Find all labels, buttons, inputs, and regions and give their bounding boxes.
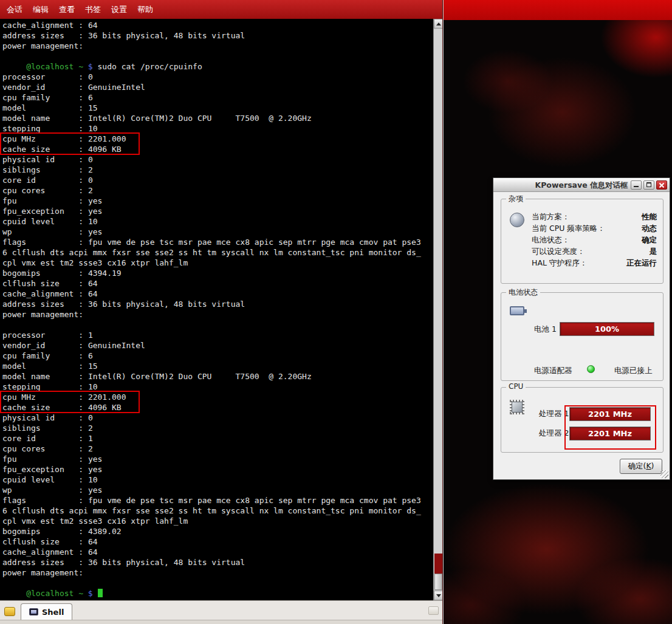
terminal-line: model : 15 [2,361,433,371]
misc-row: 当前方案：性能 [532,211,657,223]
group-battery-label: 电池状态 [506,287,540,298]
menu-item-1[interactable]: 编辑 [33,4,49,15]
terminal-line: power management: [2,567,433,578]
terminal-line: fpu_exception : yes [2,464,433,475]
scroll-up-icon[interactable] [434,19,442,29]
scrollbar-thumb[interactable] [434,574,442,590]
group-battery: 电池状态 电池 1 100% 电源适配器 电源已接上 [501,292,663,381]
terminal-tabbar: Shell [0,600,442,620]
cpu-row: 处理器 22201 MHz [539,427,651,441]
terminal-line: flags : fpu vme de pse tsc msr pae mce c… [2,237,433,247]
battery-progress-bar: 100% [560,322,654,336]
terminal-line: fpu : yes [2,196,433,206]
group-misc-label: 杂项 [506,194,526,204]
misc-row-label: 当前方案： [532,212,570,222]
terminal-line: 6 clflush dts acpi mmx fxsr sse sse2 ss … [2,506,433,516]
scroll-down-icon[interactable] [434,591,442,600]
misc-row: 电池状态：确定 [532,235,657,246]
tab-label: Shell [42,608,64,617]
terminal-line: fpu_exception : yes [2,206,433,216]
terminal-line: processor : 1 [2,330,433,340]
cpu-chip-icon [510,400,524,414]
tabbar-right-button[interactable] [426,603,441,619]
terminal-line: power management: [2,41,433,51]
battery-icon [510,306,524,315]
terminal-line: cpu cores : 2 [2,185,433,196]
terminal-line: vendor_id : GenuineIntel [2,340,433,351]
terminal-line: wp : yes [2,227,433,237]
terminal-viewport[interactable]: cache_alignment : 64address sizes : 36 b… [0,19,442,600]
ok-button[interactable]: 确定(K) [620,459,662,474]
terminal-line: address sizes : 36 bits physical, 48 bit… [2,299,433,309]
terminal-line: cpu cores : 2 [2,444,433,454]
terminal-line: stepping : 10 [2,123,433,134]
terminal-scrollbar[interactable] [433,19,442,600]
scrollbar-marker [434,554,442,574]
misc-row: HAL 守护程序：正在运行 [532,258,657,269]
menu-item-0[interactable]: 会话 [7,4,22,15]
terminal-window: 会话编辑查看书签设置帮助 cache_alignment : 64address… [0,0,443,624]
terminal-line: model : 15 [2,103,433,113]
terminal-line: processor : 0 [2,72,433,82]
terminal-line: @localhost ~ $ [2,588,433,598]
menu-item-2[interactable]: 查看 [59,4,75,15]
battery-percent: 100% [595,324,619,334]
terminal-line [2,578,433,588]
terminal-line: model name : Intel(R) Core(TM)2 Duo CPU … [2,113,433,123]
misc-row: 当前 CPU 频率策略：动态 [532,223,657,235]
cpu-row: 处理器 12201 MHz [539,407,651,421]
terminal-line: power management: [2,309,433,320]
desktop: 会话编辑查看书签设置帮助 cache_alignment : 64address… [0,0,672,624]
close-icon[interactable] [656,180,667,190]
misc-row-label: 电池状态： [532,235,570,245]
terminal-line [2,51,433,61]
tab-shell[interactable]: Shell [21,603,72,620]
minimize-icon[interactable] [631,180,642,190]
adapter-label: 电源适配器 [534,366,572,376]
terminal-line: cache size : 4096 KB [2,402,433,413]
group-cpu: CPU 处理器 12201 MHz处理器 22201 MHz [501,387,663,453]
prompt-host: @localhost ~ [26,62,83,71]
terminal-line: siblings : 2 [2,423,433,433]
terminal-line: stepping : 10 [2,382,433,392]
terminal-line: cpuid level : 10 [2,216,433,227]
terminal-line: 6 clflush dts acpi mmx fxsr sse sse2 ss … [2,247,433,258]
window-controls [631,180,667,190]
processor-label: 处理器 1 [539,409,567,419]
kpowersave-dialog: KPowersave 信息对话框 杂项 当前方案：性能当前 CPU 频率策略：动… [493,177,670,480]
terminal-line: cpu MHz : 2201.000 [2,134,433,144]
processor-label: 处理器 2 [539,428,567,439]
prompt-symbol: $ [83,62,97,71]
menu-item-5[interactable]: 帮助 [137,4,153,15]
battery-name: 电池 1 [534,324,557,335]
terminal-line: cpl vmx est tm2 ssse3 cx16 xtpr lahf_lm [2,516,433,526]
menu-item-3[interactable]: 书签 [85,4,101,15]
misc-row-value: 确定 [642,235,657,245]
terminal-line [2,320,433,330]
terminal-line: cpl vmx est tm2 ssse3 cx16 xtpr lahf_lm [2,258,433,268]
terminal-line: bogomips : 4389.02 [2,526,433,537]
misc-row-label: HAL 守护程序： [532,258,587,269]
video-window[interactable]: KPowersave 信息对话框 杂项 当前方案：性能当前 CPU 频率策略：动… [443,0,672,624]
terminal-line: cpu family : 6 [2,92,433,103]
terminal-line: @localhost ~ $ sudo cat /proc/cpuinfo [2,61,433,72]
terminal-line: vendor_id : GenuineIntel [2,82,433,92]
misc-row-value: 正在运行 [626,258,657,269]
terminal-line: cache_alignment : 64 [2,20,433,30]
menu-item-4[interactable]: 设置 [111,4,127,15]
terminal-line: cpuid level : 10 [2,475,433,485]
terminal-cursor [98,589,103,597]
dialog-titlebar[interactable]: KPowersave 信息对话框 [493,178,670,192]
terminal-line: cache size : 4096 KB [2,144,433,154]
resize-grip[interactable] [660,470,668,478]
terminal-output: cache_alignment : 64address sizes : 36 b… [0,19,433,600]
terminal-line: wp : yes [2,485,433,495]
new-session-button[interactable] [2,603,18,620]
kpowersave-icon [510,213,524,227]
misc-row-label: 可以设定亮度： [532,247,585,257]
maximize-icon[interactable] [643,180,654,190]
prompt-command: sudo cat /proc/cpuinfo [98,62,202,71]
video-frame-red [444,0,672,20]
misc-row-label: 当前 CPU 频率策略： [532,224,605,234]
terminal-line: cpu family : 6 [2,351,433,361]
